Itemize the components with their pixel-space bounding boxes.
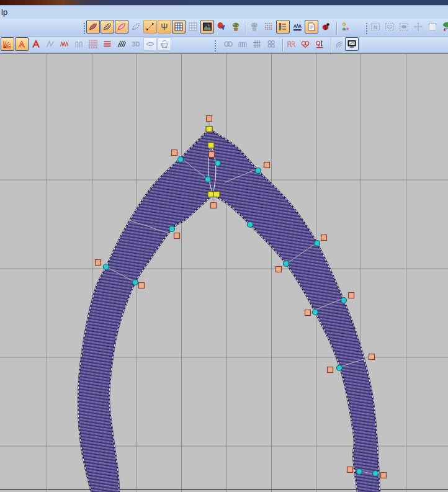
toolbar-drag-handle[interactable] [83,22,86,34]
control-handle-square[interactable] [96,260,101,266]
nested-curves-tool[interactable] [333,37,346,51]
control-handle-square[interactable] [207,116,212,122]
toolbar-separator [282,39,284,51]
control-handle-square[interactable] [321,235,327,241]
control-handle-square[interactable] [347,467,353,473]
zigzag-red-tool[interactable] [58,37,71,51]
curve-node[interactable] [133,280,138,285]
control-handle-square[interactable] [172,150,177,156]
outline-stitch-tool[interactable] [115,20,128,34]
column-loops-tool[interactable] [72,37,86,51]
show-artwork-tool[interactable] [229,20,243,34]
stitch-fork-tool[interactable] [158,20,171,34]
control-handle-square[interactable] [139,283,145,288]
satin-fill-tool[interactable] [86,20,100,34]
control-handle-square[interactable] [305,310,311,316]
toolbar-group [248,20,333,34]
dashed-outline-tool[interactable] [129,20,143,34]
stitch-player-tool[interactable] [290,20,304,34]
window-title-strip [0,0,448,6]
toolbar-drag-handle[interactable] [365,22,368,34]
m-loop-tool[interactable] [236,37,249,51]
chain-88-tool[interactable] [264,37,278,51]
toolbar-separator [246,22,247,34]
lens-effect-tool[interactable] [143,37,157,51]
mirror-oval-filled-tool[interactable] [397,20,411,34]
control-handle-square[interactable] [381,473,387,478]
control-handle-square[interactable] [328,367,333,373]
sequin-rr-tool[interactable] [284,37,298,51]
contour-a-tool[interactable] [15,37,29,51]
grid-secondary-tool[interactable] [186,20,200,34]
curve-node[interactable] [104,264,109,270]
design-properties-tool[interactable] [305,20,318,34]
curve-node[interactable] [373,471,379,476]
control-handle-square[interactable] [276,267,282,272]
dot-grid-tool[interactable] [262,20,276,34]
menubar-fragment[interactable]: lp [0,6,448,19]
start-end-marker[interactable] [206,127,212,132]
curve-node[interactable] [205,177,211,182]
show-grid-tool[interactable] [172,20,186,34]
control-handle-square[interactable] [369,354,375,360]
toolbar-group [333,37,346,51]
start-end-marker[interactable] [208,143,214,148]
curve-node[interactable] [248,222,253,228]
satin-lines-tool[interactable] [101,37,114,51]
effect-3d-tool[interactable]: 3D [129,37,143,51]
true-view-monitor-tool[interactable] [345,37,359,51]
zigzag-gray-tool[interactable] [43,37,57,51]
curve-node[interactable] [256,168,261,174]
double-ring-tool[interactable] [222,37,235,51]
fan-stitch-tool[interactable] [1,37,14,51]
control-handle-square[interactable] [174,233,180,239]
toolbar-separator [336,22,338,34]
satin-band[interactable] [78,129,380,492]
show-objects-tool[interactable] [215,20,228,34]
sequin-updown-tool[interactable] [313,37,326,51]
motif-hatch-tool[interactable] [115,37,128,51]
design-canvas[interactable] [0,53,448,492]
curve-node[interactable] [315,241,320,246]
reshape-line-tool[interactable] [143,20,157,34]
toolbar-group [345,37,359,51]
hatch-fill-tool[interactable] [101,20,114,34]
curve-node[interactable] [313,310,318,315]
sequin-qq-tool[interactable] [298,37,312,51]
show-image-tool[interactable] [200,20,214,34]
solid-a-tool[interactable] [29,37,43,51]
toolbar-row-1: % N [0,19,448,36]
curve-node[interactable] [215,161,221,166]
tatami-fill-tool[interactable] [86,37,100,51]
hoop-tree-tool[interactable] [440,20,448,34]
operator-wand-tool[interactable] [338,20,352,34]
menu-item-help-fragment[interactable]: lp [1,7,7,17]
svg-text:N: N [374,24,378,30]
control-handle-square[interactable] [349,293,354,298]
curve-node[interactable] [178,157,184,163]
mirror-n-tool[interactable]: N [369,20,382,34]
toolbar-group [222,37,278,51]
color-film-tool[interactable] [276,20,290,34]
blank-frame-tool[interactable] [426,20,439,34]
curve-node[interactable] [341,298,347,303]
weave-tool[interactable] [250,37,264,51]
toolbar-drag-handle[interactable] [213,39,217,51]
toolbar-group [86,20,243,34]
curve-node[interactable] [169,226,175,232]
control-handle-square[interactable] [209,152,215,158]
start-end-marker[interactable] [213,192,220,197]
control-handle-square[interactable] [211,203,217,208]
mirror-oval-tool[interactable] [383,20,396,34]
basket-effect-tool[interactable] [158,37,171,51]
toolbar-group [338,20,352,34]
bug-report-tool[interactable] [319,20,333,34]
embroidery-app-window: lp % N 3D [0,0,448,492]
curve-node[interactable] [284,261,289,267]
control-handle-square[interactable] [264,163,270,168]
satin-arch-object[interactable] [0,53,448,492]
curve-node[interactable] [357,469,362,475]
artwork-dim-tool[interactable] [248,20,261,34]
curve-node[interactable] [337,365,343,371]
move-center-tool[interactable] [411,20,425,34]
